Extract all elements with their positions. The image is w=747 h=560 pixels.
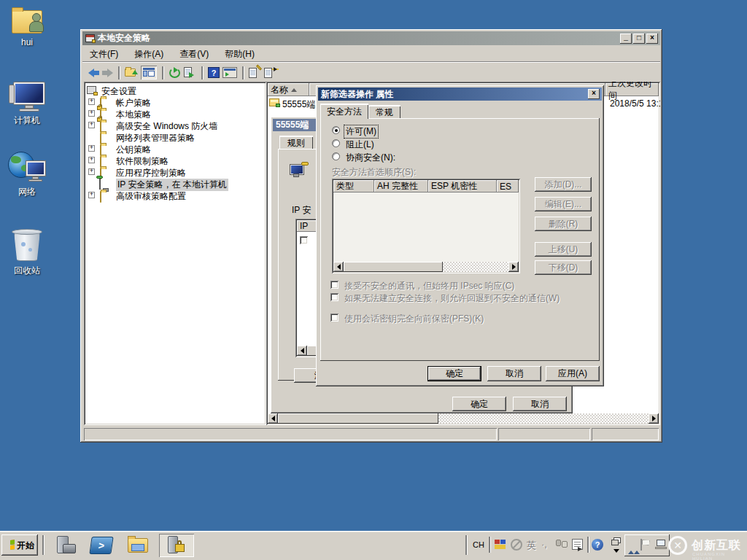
ime-icon[interactable]: [495, 540, 506, 550]
collapse-chevron-icon[interactable]: [628, 540, 640, 551]
tree-item-firewall[interactable]: + 高级安全 Windows 防火墙: [84, 120, 266, 131]
scroll-left-icon[interactable]: [333, 262, 344, 272]
tray-language-indicator[interactable]: CH: [471, 538, 487, 551]
ime-punctuation-icon[interactable]: ·,: [541, 539, 547, 550]
console-window-icon[interactable]: [141, 66, 157, 79]
create-policy-icon[interactable]: [249, 67, 261, 79]
tab-security-methods[interactable]: 安全方法: [320, 104, 368, 119]
policy-cancel-button[interactable]: 取消: [513, 397, 567, 411]
col-ah[interactable]: AH 完整性: [374, 180, 428, 192]
add-button[interactable]: 添加(D)...: [535, 177, 592, 192]
radio-row-allow[interactable]: 许可(M): [332, 125, 478, 137]
checkbox-row-pfs[interactable]: 使用会话密钥完全向前保密(PFS)(K): [330, 313, 593, 324]
tree-item-account-policies[interactable]: + 帐户策略: [84, 96, 266, 108]
move-up-button[interactable]: 上移(U): [535, 242, 592, 257]
tree-item-software-restriction[interactable]: + 软件限制策略: [84, 155, 266, 166]
help-icon[interactable]: ?: [208, 67, 220, 78]
quicklaunch-server-manager[interactable]: [53, 535, 79, 556]
remove-button[interactable]: 删除(R): [535, 217, 592, 231]
menu-item-file[interactable]: 文件(F): [90, 48, 118, 61]
tray-restore-window-icon[interactable]: [611, 537, 622, 546]
scroll-track[interactable]: [438, 413, 649, 424]
scroll-right-icon[interactable]: [649, 413, 659, 424]
tray-dropdown-icon[interactable]: [614, 549, 619, 553]
ime-wordbank-icon[interactable]: [572, 539, 583, 550]
fallback-unsecured-checkbox[interactable]: [330, 293, 338, 301]
menu-item-view[interactable]: 查看(V): [179, 48, 209, 61]
desktop-icon-recycle-bin[interactable]: 回收站: [4, 228, 50, 277]
desktop-icon-hui[interactable]: hui: [4, 7, 50, 47]
close-icon[interactable]: ×: [588, 89, 600, 99]
col-type[interactable]: 类型: [333, 180, 374, 192]
col-esp-conf[interactable]: ESP 机密性: [428, 180, 497, 192]
scroll-left-icon[interactable]: [297, 346, 307, 356]
export-list-icon[interactable]: [184, 67, 196, 79]
activation-flag-icon[interactable]: [640, 539, 651, 551]
desktop-icon-network[interactable]: 网络: [4, 152, 50, 198]
expand-plus-icon[interactable]: +: [88, 168, 95, 175]
methods-h-scrollbar[interactable]: [333, 262, 519, 272]
mmc-title-bar[interactable]: 本地安全策略 _ □ ×: [82, 31, 660, 45]
accept-unsecured-checkbox[interactable]: [330, 281, 338, 289]
tree-item-public-key[interactable]: + 公钥策略: [84, 143, 266, 155]
ip-rule-checkbox[interactable]: [300, 236, 308, 244]
menu-item-action[interactable]: 操作(A): [134, 48, 163, 61]
tab-general[interactable]: 常规: [368, 105, 400, 119]
desktop-icon-computer[interactable]: 计算机: [4, 82, 50, 127]
radio-block[interactable]: [332, 139, 340, 147]
forward-icon[interactable]: [102, 69, 113, 77]
col-esp-int[interactable]: ES: [497, 180, 519, 192]
apply-button[interactable]: 应用(A): [546, 366, 600, 381]
task-button-security-policy[interactable]: [159, 534, 194, 557]
tab-rules[interactable]: 规则: [279, 136, 313, 149]
quicklaunch-explorer[interactable]: [125, 535, 152, 556]
close-button[interactable]: ×: [646, 34, 658, 44]
maximize-button[interactable]: □: [633, 34, 645, 44]
quicklaunch-powershell[interactable]: >: [89, 535, 115, 556]
menu-item-help[interactable]: 帮助(H): [225, 48, 255, 61]
show-console-tree-icon[interactable]: [125, 67, 138, 78]
scroll-left-icon[interactable]: [268, 413, 278, 424]
tree-item-network-list[interactable]: 网络列表管理器策略: [84, 131, 266, 143]
radio-row-block[interactable]: 阻止(L): [332, 139, 478, 150]
scroll-thumb[interactable]: [344, 262, 443, 272]
tree-item-ip-security[interactable]: IP 安全策略，在 本地计算机: [84, 178, 266, 190]
radio-row-negotiate[interactable]: 协商安全(N):: [332, 152, 507, 163]
edit-button[interactable]: 编辑(E)...: [535, 197, 592, 211]
ime-disabled-icon[interactable]: [511, 539, 522, 551]
policy-ok-button[interactable]: 确定: [452, 397, 506, 411]
pfs-checkbox[interactable]: [330, 314, 338, 322]
scroll-track[interactable]: [443, 262, 508, 272]
expand-plus-icon[interactable]: +: [88, 145, 95, 152]
cancel-button[interactable]: 取消: [487, 366, 541, 381]
tree-item-security-settings[interactable]: 安全设置: [84, 85, 266, 96]
network-status-icon[interactable]: [655, 540, 667, 550]
start-button[interactable]: 开始: [1, 534, 38, 556]
tray-help-icon[interactable]: ?: [592, 539, 603, 551]
expand-plus-icon[interactable]: +: [88, 157, 95, 163]
minimize-button[interactable]: _: [620, 34, 632, 44]
scroll-thumb[interactable]: [278, 413, 438, 424]
filter-dialog-title-bar[interactable]: 新筛选器操作 属性 ×: [318, 88, 602, 101]
list-h-scrollbar[interactable]: [268, 413, 659, 424]
tree-item-local-policies[interactable]: + 本地策略: [84, 108, 266, 120]
refresh-icon[interactable]: [169, 67, 181, 79]
expand-plus-icon[interactable]: +: [88, 192, 95, 198]
ok-button[interactable]: 确定: [427, 366, 481, 381]
tree-item-advanced-audit[interactable]: + 高级审核策略配置: [84, 190, 266, 201]
column-header-name[interactable]: 名称: [268, 83, 309, 96]
expand-plus-icon[interactable]: +: [88, 110, 95, 117]
column-header-modified[interactable]: 上次更改时间: [605, 83, 659, 96]
expand-plus-icon[interactable]: +: [88, 98, 95, 105]
scroll-right-icon[interactable]: [508, 262, 519, 272]
back-icon[interactable]: [88, 69, 99, 77]
new-window-icon[interactable]: [222, 67, 237, 78]
ime-softkeyboard-icon[interactable]: [556, 540, 568, 549]
checkbox-row-accept[interactable]: 接受不安全的通讯，但始终用 IPsec 响应(C): [330, 280, 593, 291]
ime-english-indicator[interactable]: 英: [527, 539, 536, 552]
expand-plus-icon[interactable]: +: [88, 122, 95, 128]
radio-allow[interactable]: [332, 126, 340, 134]
tree-item-app-control[interactable]: + 应用程序控制策略: [84, 166, 266, 178]
move-down-button[interactable]: 下移(D): [535, 260, 592, 275]
manage-lists-icon[interactable]: [264, 67, 277, 79]
